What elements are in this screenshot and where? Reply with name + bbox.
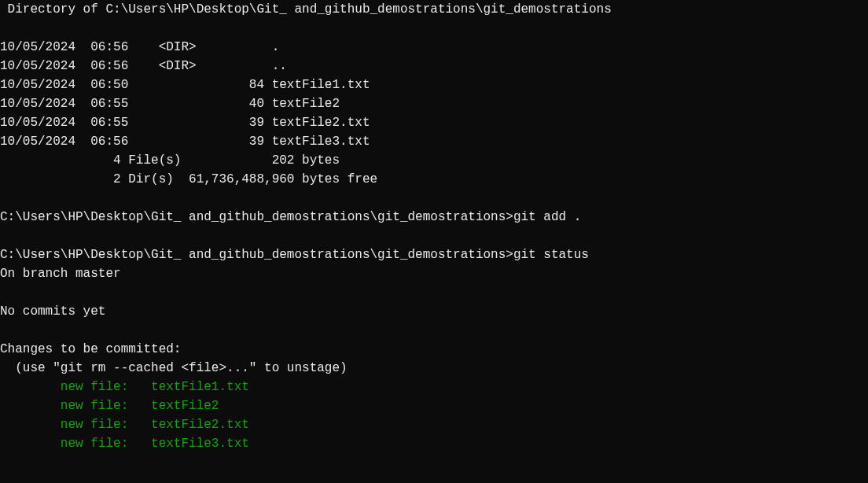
dir-entry: 10/05/2024 06:55 39 textFile2.txt [0,116,370,130]
unstage-hint: (use "git rm --cached <file>..." to unst… [0,361,348,375]
dir-entry: 10/05/2024 06:50 84 textFile1.txt [0,78,370,92]
changes-header: Changes to be committed: [0,342,181,356]
prompt: C:\Users\HP\Desktop\Git_ and_github_demo… [0,210,513,224]
no-commits-msg: No commits yet [0,304,105,319]
directory-header: Directory of C:\Users\HP\Desktop\Git_ an… [0,2,612,17]
terminal-output[interactable]: Directory of C:\Users\HP\Desktop\Git_ an… [0,0,868,453]
new-file-entry: new file: textFile1.txt [0,380,249,394]
new-file-entry: new file: textFile2.txt [0,418,249,432]
dir-entry: 10/05/2024 06:55 40 textFile2 [0,97,340,111]
dir-entry: 10/05/2024 06:56 <DIR> . [0,40,279,54]
dir-summary-dirs: 2 Dir(s) 61,736,488,960 bytes free [0,172,377,186]
dir-entry: 10/05/2024 06:56 39 textFile3.txt [0,135,370,149]
command-git-status: git status [513,248,589,262]
prompt: C:\Users\HP\Desktop\Git_ and_github_demo… [0,248,513,262]
dir-summary-files: 4 File(s) 202 bytes [0,153,340,168]
dir-entry: 10/05/2024 06:56 <DIR> .. [0,59,287,73]
new-file-entry: new file: textFile2 [0,399,219,413]
command-git-add: git add . [513,210,581,224]
new-file-entry: new file: textFile3.txt [0,437,249,451]
branch-info: On branch master [0,267,121,281]
